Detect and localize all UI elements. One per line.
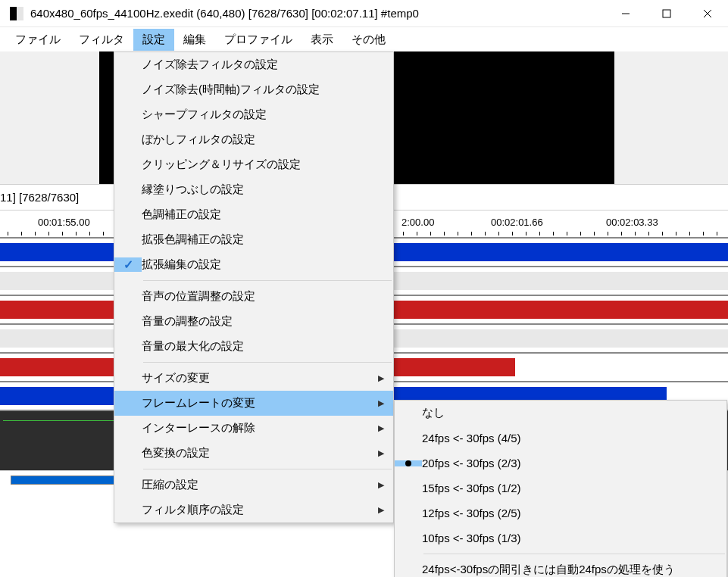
menubar-item[interactable]: その他	[342, 29, 395, 51]
framerate-menu-item[interactable]: 20fps <- 30fps (2/3)	[395, 451, 726, 476]
svg-rect-1	[17, 7, 23, 20]
settings-menu-item[interactable]: ノイズ除去(時間軸)フィルタの設定	[114, 77, 393, 102]
menu-item-label: サイズの変更	[142, 371, 393, 385]
menu-item-label: 24fps<-30fpsの間引きには自動24fpsの処理を使う	[422, 563, 726, 577]
menu-item-label: 圧縮の設定	[142, 478, 393, 492]
menubar-item[interactable]: 設定	[133, 29, 174, 51]
menu-item-label: なし	[422, 406, 726, 420]
minimize-button[interactable]	[605, 0, 646, 27]
time-label: 00:02:03.33	[606, 217, 658, 228]
settings-menu-item[interactable]: サイズの変更▶	[114, 366, 393, 391]
framerate-menu-item[interactable]: 12fps <- 30fps (2/5)	[395, 501, 726, 526]
menu-item-label: ぼかしフィルタの設定	[142, 133, 393, 147]
settings-menu-item[interactable]: ぼかしフィルタの設定	[114, 127, 393, 152]
submenu-arrow-icon: ▶	[378, 448, 384, 458]
menu-item-label: 色変換の設定	[142, 446, 393, 460]
svg-rect-3	[663, 10, 670, 17]
settings-menu-item[interactable]: フレームレートの変更▶	[114, 391, 393, 416]
menu-separator	[143, 280, 392, 281]
menu-item-label: 10fps <- 30fps (1/3)	[422, 532, 726, 544]
settings-menu-item[interactable]: 音声の位置調整の設定	[114, 284, 393, 309]
menubar-item[interactable]: ファイル	[6, 29, 70, 51]
framerate-menu-item[interactable]: 15fps <- 30fps (1/2)	[395, 476, 726, 501]
settings-menu-item[interactable]: 音量の調整の設定	[114, 309, 393, 334]
settings-menu-item[interactable]: 縁塗りつぶしの設定	[114, 177, 393, 202]
settings-menu-item[interactable]: インターレースの解除▶	[114, 416, 393, 441]
menu-item-label: インターレースの解除	[142, 421, 393, 435]
menu-gutter	[395, 460, 422, 466]
submenu-arrow-icon: ▶	[378, 505, 384, 515]
menu-item-label: ノイズ除去フィルタの設定	[142, 58, 393, 72]
close-button[interactable]	[687, 0, 728, 27]
menu-item-label: 拡張色調補正の設定	[142, 232, 393, 247]
menu-item-label: 色調補正の設定	[142, 207, 393, 222]
menu-item-label: 20fps <- 30fps (2/3)	[422, 457, 726, 469]
window-title: 640x480_60fps_44100Hz.exedit (640,480) […	[30, 7, 605, 20]
maximize-button[interactable]	[646, 0, 687, 27]
settings-menu-item[interactable]: フィルタ順序の設定▶	[114, 497, 393, 522]
menubar: ファイルフィルタ設定編集プロファイル表示その他	[0, 27, 728, 51]
settings-menu-item[interactable]: クリッピング＆リサイズの設定	[114, 152, 393, 177]
framerate-menu-item[interactable]: なし	[395, 401, 726, 426]
submenu-arrow-icon: ▶	[378, 480, 384, 490]
menu-item-label: 24fps <- 30fps (4/5)	[422, 432, 726, 444]
menu-item-label: 縁塗りつぶしの設定	[142, 182, 393, 197]
time-label: 00:02:01.66	[491, 217, 543, 228]
menu-separator	[143, 469, 392, 469]
menu-item-label: ノイズ除去(時間軸)フィルタの設定	[142, 83, 393, 97]
menubar-item[interactable]: プロファイル	[215, 29, 302, 51]
framerate-submenu: なし24fps <- 30fps (4/5)20fps <- 30fps (2/…	[394, 400, 727, 577]
menu-item-label: 12fps <- 30fps (2/5)	[422, 507, 726, 519]
menu-separator	[423, 554, 725, 554]
check-icon: ✓	[123, 257, 133, 272]
settings-menu-item[interactable]: 音量の最大化の設定	[114, 334, 393, 359]
svg-rect-0	[10, 7, 17, 20]
menu-item-label: 音量の調整の設定	[142, 314, 393, 329]
settings-menu-item[interactable]: シャープフィルタの設定	[114, 102, 393, 127]
menu-item-label: フィルタ順序の設定	[142, 503, 393, 517]
menu-item-label: シャープフィルタの設定	[142, 108, 393, 122]
menu-item-label: 音量の最大化の設定	[142, 339, 393, 354]
menu-item-label: クリッピング＆リサイズの設定	[142, 158, 393, 172]
submenu-arrow-icon: ▶	[378, 423, 384, 433]
menu-item-label: 拡張編集の設定	[142, 257, 393, 272]
secondary-title-text: 11] [7628/7630]	[0, 191, 79, 204]
settings-menu-item[interactable]: ノイズ除去フィルタの設定	[114, 52, 393, 77]
menu-item-label: 15fps <- 30fps (1/2)	[422, 482, 726, 494]
menu-item-label: フレームレートの変更	[142, 396, 393, 410]
menubar-item[interactable]: 編集	[174, 29, 215, 51]
settings-menu-item[interactable]: 色変換の設定▶	[114, 441, 393, 466]
menu-item-label: 音声の位置調整の設定	[142, 289, 393, 304]
framerate-menu-item[interactable]: 24fps <- 30fps (4/5)	[395, 426, 726, 451]
titlebar: 640x480_60fps_44100Hz.exedit (640,480) […	[0, 0, 728, 27]
settings-menu-item[interactable]: 色調補正の設定	[114, 202, 393, 227]
time-label: 2:00.00	[401, 217, 434, 228]
submenu-arrow-icon: ▶	[378, 398, 384, 408]
settings-menu-item[interactable]: 圧縮の設定▶	[114, 473, 393, 497]
menu-gutter: ✓	[114, 257, 142, 272]
submenu-arrow-icon: ▶	[378, 373, 384, 383]
settings-menu: ノイズ除去フィルタの設定ノイズ除去(時間軸)フィルタの設定シャープフィルタの設定…	[114, 51, 394, 523]
menubar-item[interactable]: 表示	[302, 29, 342, 51]
app-icon	[9, 6, 24, 21]
framerate-menu-item[interactable]: 24fps<-30fpsの間引きには自動24fpsの処理を使う	[395, 557, 726, 577]
time-label: 00:01:55.00	[38, 217, 90, 228]
framerate-menu-item[interactable]: 10fps <- 30fps (1/3)	[395, 526, 726, 550]
settings-menu-item[interactable]: 拡張色調補正の設定	[114, 227, 393, 252]
menubar-item[interactable]: フィルタ	[70, 29, 133, 51]
radio-dot-icon	[405, 460, 411, 466]
settings-menu-item[interactable]: ✓拡張編集の設定	[114, 252, 393, 277]
menu-separator	[143, 362, 392, 363]
